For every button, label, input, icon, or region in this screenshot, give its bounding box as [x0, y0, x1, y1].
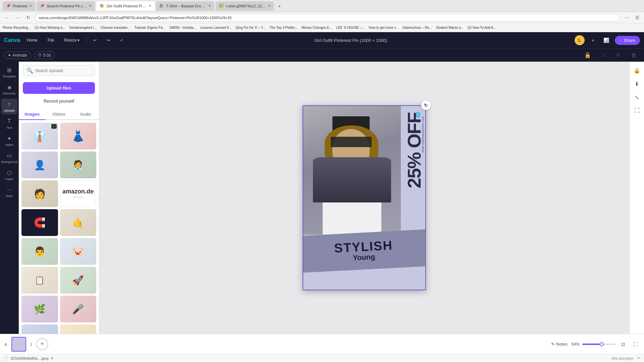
tab-videos[interactable]: Videos	[46, 109, 72, 119]
bookmarks-bar: Phone Recycling... (1) How Working a... …	[0, 23, 644, 32]
zoom-handle[interactable]	[600, 342, 604, 346]
upload-thumb-14[interactable]: 🎤	[60, 296, 97, 322]
bookmark-11[interactable]: LEE 'S HOUSE –...	[336, 26, 365, 29]
tab-tshirt[interactable]: 🛍️T-Shirt – Beispiel Dropshipp... ✕	[156, 1, 214, 11]
sidebar-item-logos[interactable]: ⬡ Logos	[1, 167, 17, 183]
main-layout: ⊞ Templates ◈ Elements ↑ Uploads T Text …	[0, 62, 644, 334]
search-box[interactable]: 🔍	[23, 65, 95, 76]
copy-button[interactable]: ⎘	[612, 49, 625, 61]
zoom-bar: 64% ⊡ ⛶	[572, 340, 640, 349]
bookmark-6[interactable]: GMSN - Voloida...	[169, 26, 196, 29]
bookmark-13[interactable]: Datenschutz – Re...	[402, 26, 432, 29]
bookmark-14[interactable]: Student Wants a...	[436, 26, 464, 29]
refresh-button[interactable]: ↻	[24, 14, 32, 22]
bottom-chevron-up[interactable]: ∧	[4, 342, 7, 347]
bookmark-2[interactable]: (1) How Working a...	[35, 26, 65, 29]
upload-thumb-11[interactable]: 📋	[21, 267, 58, 294]
bookmark-10[interactable]: Money Changes E...	[302, 26, 332, 29]
resize-button[interactable]: Resize ▾	[61, 37, 83, 44]
canvas-refresh-button[interactable]: ↻	[421, 101, 431, 110]
notes-button[interactable]: ✎ Notes	[551, 342, 568, 347]
bookmark-7[interactable]: Lessons Learned fr...	[200, 26, 231, 29]
bookmark-8[interactable]: Qing Fei De Yi – Y...	[235, 26, 265, 29]
tab-close-search[interactable]: ✕	[89, 4, 92, 8]
sidebar-item-more[interactable]: ··· More	[1, 184, 17, 200]
download-status: 📄 9216e08e8a80a....jpeg ∧	[4, 356, 53, 360]
share-button[interactable]: ↑ Share	[615, 36, 640, 45]
resize-right-icon[interactable]: ⤡	[631, 91, 643, 103]
expand-right-icon[interactable]: ⛶	[631, 105, 643, 117]
search-input[interactable]	[35, 68, 91, 73]
bookmark-5[interactable]: Tutorial: Eigene Fa...	[134, 26, 165, 29]
bookmark-4[interactable]: Chinese translatio...	[101, 26, 130, 29]
sidebar-item-templates[interactable]: ⊞ Templates	[1, 64, 17, 80]
lock-button[interactable]: 🔒	[582, 49, 594, 61]
alle-anzeigen-link[interactable]: Alle anzeigen	[611, 356, 634, 360]
canvas-area[interactable]: 🌐 25% OFF www.reallygreatsite.com STYLIS…	[99, 62, 629, 334]
undo-button[interactable]: ↩	[90, 37, 100, 44]
upload-thumb-13[interactable]: 🌿	[21, 296, 58, 322]
download-right-icon[interactable]: ⬇	[631, 78, 643, 90]
bookmark-9[interactable]: The Top 3 Platfor...	[270, 26, 298, 29]
bookmark-12[interactable]: How to get more v...	[369, 26, 398, 29]
sidebar-item-uploads[interactable]: ↑ Uploads	[1, 99, 17, 114]
page-thumbnail-1[interactable]	[11, 337, 26, 352]
tab-images[interactable]: Images	[19, 109, 46, 120]
bookmark-1[interactable]: Phone Recycling...	[3, 26, 31, 29]
user-avatar[interactable]: L	[575, 35, 585, 45]
upload-thumb-2[interactable]: 👗	[60, 123, 97, 149]
redo-button[interactable]: ↪	[103, 37, 113, 44]
panel-collapse-button[interactable]: ‹	[95, 191, 99, 204]
sidebar-item-background[interactable]: ▭ Background	[1, 150, 17, 166]
crop-button[interactable]: ⤢	[597, 49, 609, 61]
duration-button[interactable]: ⏱ 5.0s	[34, 52, 55, 59]
upload-thumb-15[interactable]: 🪙	[21, 324, 58, 334]
new-tab-button[interactable]: +	[275, 2, 283, 10]
analytics-button[interactable]: 📊	[601, 35, 611, 45]
upload-thumb-6[interactable]: amazon.de 〜〜〜	[60, 180, 97, 207]
upload-thumb-9[interactable]: 👨	[21, 238, 58, 265]
upload-thumb-5[interactable]: 🧑	[21, 180, 58, 207]
sidebar-item-elements[interactable]: ◈ Elements	[1, 81, 17, 97]
upload-thumb-4[interactable]: 🧑‍💼	[60, 152, 97, 178]
tab-girl-outfit[interactable]: 🎨Girl Outfit Pinterest Pin (1000... ✕	[96, 1, 155, 11]
upload-thumb-16[interactable]: 💼	[60, 324, 97, 334]
bookmark-3[interactable]: Sonderangebot l...	[69, 26, 97, 29]
upload-thumb-7[interactable]: 🧲	[21, 209, 58, 236]
tab-pinterest[interactable]: 📌Pinterest ✕	[3, 1, 35, 11]
add-page-button[interactable]: +	[36, 338, 48, 350]
upload-thumb-10[interactable]: 🐷	[60, 238, 97, 265]
add-collaborator-button[interactable]: +	[588, 35, 598, 45]
sidebar-item-text[interactable]: T Text	[1, 116, 17, 131]
settings-button[interactable]: ☰	[633, 14, 641, 22]
tab-jpg[interactable]: 🖼️t-shirt-g5f96741c2_1280.jpg ✕	[216, 1, 274, 11]
status-close-button[interactable]: ✕	[637, 356, 640, 360]
tab-close-jpg[interactable]: ✕	[268, 4, 271, 8]
tab-close-pinterest[interactable]: ✕	[29, 4, 32, 8]
upload-thumb-3[interactable]: 👤	[21, 152, 58, 178]
upload-thumb-12[interactable]: 🚀	[60, 267, 97, 294]
tab-close-tshirt[interactable]: ✕	[208, 4, 211, 8]
tab-search-pinterest[interactable]: 📌Search Pinterest Pin (1000 ×... ✕	[37, 1, 95, 11]
record-yourself-button[interactable]: Record yourself	[23, 96, 95, 106]
upload-thumb-1[interactable]: 👔 ···	[21, 123, 58, 149]
back-button[interactable]: ←	[3, 14, 11, 22]
tab-audio[interactable]: Audio	[72, 109, 99, 119]
delete-button[interactable]: 🗑	[628, 49, 640, 61]
upload-thumb-8[interactable]: 🤙	[60, 209, 97, 236]
home-button[interactable]: Home	[23, 37, 41, 44]
address-bar[interactable]: canva.com/design/DAFLWl6BhA/xc5-UJPFJ4mZ…	[35, 14, 620, 22]
zoom-expand-button[interactable]: ⛶	[631, 340, 640, 349]
file-button[interactable]: File	[44, 37, 57, 44]
tab-close-girl-outfit[interactable]: ✕	[149, 4, 151, 8]
design-canvas[interactable]: 🌐 25% OFF www.reallygreatsite.com STYLIS…	[303, 105, 426, 290]
lock-right-icon[interactable]: 🔒	[631, 64, 643, 76]
extensions-button[interactable]: ⋯	[623, 14, 631, 22]
sidebar-item-styles[interactable]: ✦ Styles	[1, 133, 17, 148]
zoom-slider[interactable]	[582, 344, 616, 345]
animate-button[interactable]: ✦ Animate	[4, 52, 31, 59]
forward-button[interactable]: →	[13, 14, 21, 22]
bookmark-15[interactable]: (2) How To Add A...	[468, 26, 496, 29]
upload-files-button[interactable]: Upload files	[23, 82, 95, 94]
zoom-fit-button[interactable]: ⊡	[619, 340, 628, 349]
